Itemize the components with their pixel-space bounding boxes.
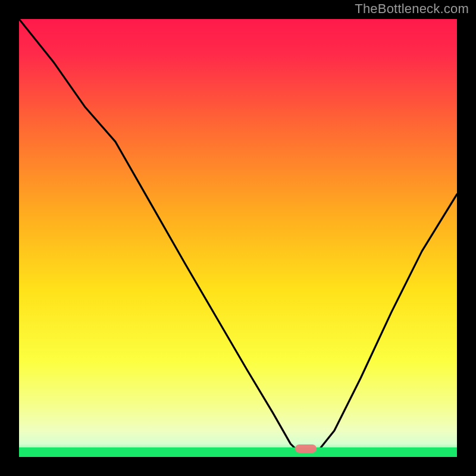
green-baseline-strip: [19, 447, 457, 457]
plot-area: [19, 19, 457, 457]
chart-container: TheBottleneck.com: [0, 0, 476, 476]
bottleneck-curve: [19, 19, 457, 457]
watermark-text: TheBottleneck.com: [355, 1, 469, 17]
optimal-range-marker: [295, 444, 317, 453]
